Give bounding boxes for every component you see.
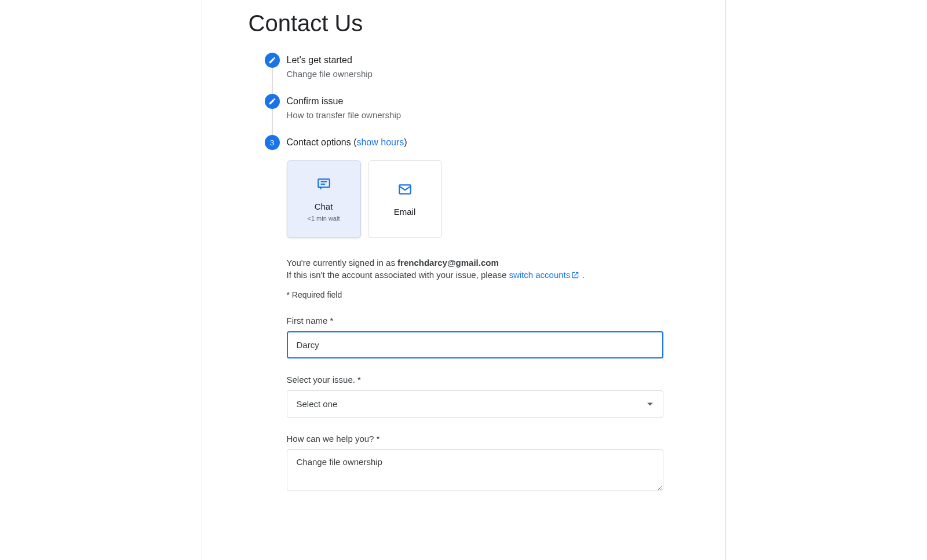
form-area: You're currently signed in as frenchdarc…	[287, 258, 679, 493]
svg-rect-0	[318, 179, 330, 187]
step-number-badge: 3	[265, 135, 280, 150]
account-email: frenchdarcy@gmail.com	[397, 258, 499, 268]
contact-cards: Chat <1 min wait Email	[287, 160, 679, 238]
issue-select[interactable]: Select one	[287, 390, 663, 418]
stepper: Let's get started Change file ownership …	[265, 53, 679, 500]
chat-meta: <1 min wait	[308, 215, 340, 222]
signed-in-prefix: You're currently signed in as	[287, 258, 398, 268]
signed-in-text: You're currently signed in as frenchdarc…	[287, 258, 679, 268]
first-name-label: First name *	[287, 316, 679, 325]
switch-account-line: If this isn't the account associated wit…	[287, 270, 679, 280]
email-card[interactable]: Email	[368, 160, 442, 238]
help-textarea[interactable]	[287, 449, 663, 491]
step-title: Contact options (show hours)	[287, 135, 679, 150]
switch-prefix: If this isn't the account associated wit…	[287, 270, 509, 280]
step-title: Let's get started	[287, 53, 679, 68]
step-connector	[272, 109, 273, 138]
issue-label: Select your issue. *	[287, 375, 679, 385]
step-contact-options: 3 Contact options (show hours) Chat <1 m…	[265, 135, 679, 500]
email-label: Email	[394, 207, 416, 217]
chat-icon	[316, 177, 331, 193]
help-label: How can we help you? *	[287, 434, 679, 444]
step-title: Confirm issue	[287, 94, 679, 109]
external-link-icon	[570, 270, 579, 280]
show-hours-link[interactable]: show hours	[356, 137, 404, 147]
chat-label: Chat	[315, 202, 333, 211]
edit-icon	[265, 53, 280, 68]
step-subtitle: How to transfer file ownership	[287, 110, 679, 120]
email-icon	[397, 182, 413, 199]
step-get-started[interactable]: Let's get started Change file ownership	[265, 53, 679, 94]
step-confirm-issue[interactable]: Confirm issue How to transfer file owner…	[265, 94, 679, 135]
required-field-note: * Required field	[287, 290, 679, 299]
step-connector	[272, 68, 273, 97]
switch-suffix: .	[579, 270, 584, 280]
first-name-input[interactable]	[287, 331, 663, 358]
chat-card[interactable]: Chat <1 min wait	[287, 160, 361, 238]
switch-accounts-link[interactable]: switch accounts	[509, 270, 579, 280]
edit-icon	[265, 94, 280, 109]
page-title: Contact Us	[249, 10, 679, 36]
step-title-text: Contact options	[287, 137, 351, 147]
step-subtitle: Change file ownership	[287, 69, 679, 79]
